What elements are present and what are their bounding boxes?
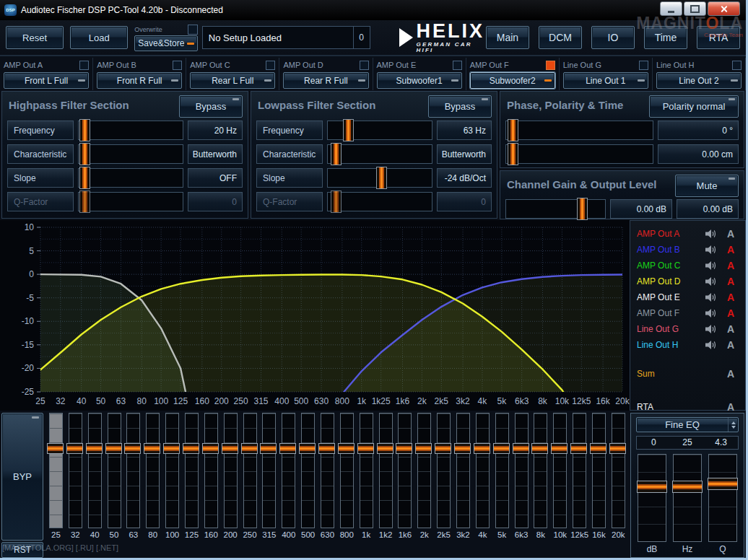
channel-name[interactable]: RTA — [637, 402, 653, 412]
fine-eq-value-hz[interactable]: 25 — [671, 437, 705, 449]
channel-link-checkbox[interactable] — [639, 61, 648, 70]
fine-eq-handle[interactable] — [637, 481, 667, 493]
eq-slider-track[interactable] — [612, 413, 625, 528]
reset-button[interactable]: Reset — [6, 26, 64, 49]
eq-slider-track[interactable] — [243, 413, 257, 528]
fine-eq-slider[interactable] — [638, 454, 666, 542]
eq-slider-handle[interactable] — [144, 443, 160, 454]
gain-slider-handle[interactable] — [577, 198, 588, 220]
phase-value[interactable]: 0.00 cm — [658, 144, 739, 164]
eq-slider-track[interactable] — [321, 413, 334, 528]
characteristic-slider-handle[interactable] — [331, 143, 342, 165]
eq-slider-track[interactable] — [301, 413, 315, 528]
filter-param-value[interactable]: -24 dB/Oct — [437, 168, 492, 188]
legend-row-sum[interactable]: SumA — [637, 366, 739, 382]
channel-link-checkbox[interactable] — [732, 61, 742, 70]
filter-param-value[interactable]: 0 — [188, 192, 243, 211]
speaker-icon[interactable] — [698, 229, 723, 238]
channel-link-checkbox[interactable] — [266, 61, 275, 70]
fine-eq-slider[interactable] — [673, 454, 702, 542]
fine-eq-slider[interactable] — [708, 454, 737, 542]
phase-slider-1[interactable] — [505, 121, 653, 140]
fine-eq-value-q[interactable]: 4.3 — [704, 437, 738, 449]
speaker-icon[interactable] — [698, 261, 723, 270]
slope-slider[interactable] — [78, 168, 183, 188]
eq-slider-handle[interactable] — [66, 443, 83, 454]
maximize-button[interactable] — [684, 1, 706, 16]
channel-link-checkbox[interactable] — [173, 61, 182, 70]
eq-slider-track[interactable] — [108, 413, 121, 528]
eq-slider-track[interactable] — [360, 413, 373, 528]
setup-name-field[interactable]: No Setup Loaded 0 — [202, 26, 370, 49]
q-factor-slider[interactable] — [78, 192, 183, 211]
eq-slider-handle[interactable] — [47, 443, 64, 454]
channel-link-checkbox[interactable] — [79, 61, 89, 70]
channel-name[interactable]: AMP Out E — [637, 292, 680, 302]
legend-row-amp-out-a[interactable]: AMP Out AA — [637, 226, 739, 242]
channel-name[interactable]: Sum — [637, 369, 655, 379]
eq-slider-track[interactable] — [592, 413, 606, 528]
legend-row-line-out-h[interactable]: Line Out HA — [637, 337, 739, 353]
filter-param-value[interactable]: 63 Hz — [437, 121, 492, 140]
eq-slider-track[interactable] — [88, 413, 102, 528]
speaker-icon[interactable] — [698, 245, 723, 254]
speaker-icon[interactable] — [698, 277, 723, 286]
eq-slider-track[interactable] — [534, 413, 547, 528]
characteristic-slider-handle[interactable] — [79, 143, 90, 165]
phase-slider-2[interactable] — [505, 144, 653, 164]
slope-slider-handle[interactable] — [376, 167, 387, 189]
legend-row-amp-out-e[interactable]: AMP Out EA — [637, 289, 739, 305]
eq-slider-track[interactable] — [340, 413, 354, 528]
eq-slider-handle[interactable] — [474, 443, 490, 454]
eq-slider-handle[interactable] — [163, 443, 180, 454]
channel-name[interactable]: Line Out H — [637, 340, 678, 350]
eq-slider-handle[interactable] — [551, 443, 567, 454]
eq-slider-track[interactable] — [165, 413, 179, 528]
eq-bypass-button[interactable]: BYP — [1, 413, 43, 541]
eq-slider-handle[interactable] — [260, 443, 277, 454]
frequency-slider-handle[interactable] — [343, 119, 354, 141]
channel-name[interactable]: AMP Out F — [637, 308, 679, 318]
eq-slider-track[interactable] — [204, 413, 218, 528]
eq-slider-handle[interactable] — [299, 443, 316, 454]
channel-name[interactable]: AMP Out C — [637, 261, 680, 271]
frequency-slider[interactable] — [327, 121, 432, 140]
filter-param-value[interactable]: OFF — [188, 168, 243, 188]
eq-slider-handle[interactable] — [435, 443, 451, 454]
channel-preset-button[interactable]: Rear L Full — [190, 72, 275, 89]
eq-slider-track[interactable] — [262, 413, 276, 528]
channel-preset-button[interactable]: Subwoofer1 — [377, 72, 462, 89]
fine-eq-selector[interactable]: Fine EQ — [636, 417, 739, 432]
save-store-button[interactable]: Save&Store — [134, 35, 197, 51]
eq-slider-handle[interactable] — [590, 443, 606, 454]
load-button[interactable]: Load — [70, 26, 128, 49]
highpass-bypass-button[interactable]: Bypass — [179, 95, 243, 118]
fine-eq-handle[interactable] — [708, 478, 738, 490]
eq-slider-track[interactable] — [282, 413, 295, 528]
filter-param-value[interactable]: 0 — [437, 192, 492, 211]
legend-row-amp-out-b[interactable]: AMP Out BA — [637, 242, 739, 258]
eq-slider-track[interactable] — [476, 413, 490, 528]
gain-value-1[interactable]: 0.00 dB — [610, 199, 672, 219]
legend-row-line-out-g[interactable]: Line Out GA — [637, 321, 739, 337]
channel-preset-button[interactable]: Line Out 1 — [563, 72, 648, 89]
eq-slider-track[interactable] — [185, 413, 199, 528]
channel-name[interactable]: Line Out G — [637, 324, 679, 334]
nav-button-rta[interactable]: RTA — [697, 26, 740, 49]
speaker-icon[interactable] — [698, 341, 723, 349]
eq-slider-track[interactable] — [146, 413, 160, 528]
channel-name[interactable]: AMP Out B — [637, 245, 680, 255]
q-factor-slider[interactable] — [327, 192, 432, 211]
characteristic-slider[interactable] — [78, 144, 183, 164]
phase-slider-1-handle[interactable] — [508, 119, 518, 141]
channel-preset-button[interactable]: Rear R Full — [283, 72, 368, 89]
lowpass-bypass-button[interactable]: Bypass — [428, 95, 492, 118]
eq-slider-track[interactable] — [379, 413, 393, 528]
eq-slider-handle[interactable] — [357, 443, 374, 454]
q-factor-slider-handle[interactable] — [331, 191, 342, 213]
eq-slider-track[interactable] — [515, 413, 529, 528]
gain-value-2[interactable]: 0.00 dB — [677, 199, 739, 219]
legend-row-amp-out-c[interactable]: AMP Out CA — [637, 258, 739, 274]
eq-slider-track[interactable] — [437, 413, 451, 528]
speaker-icon[interactable] — [698, 309, 723, 318]
